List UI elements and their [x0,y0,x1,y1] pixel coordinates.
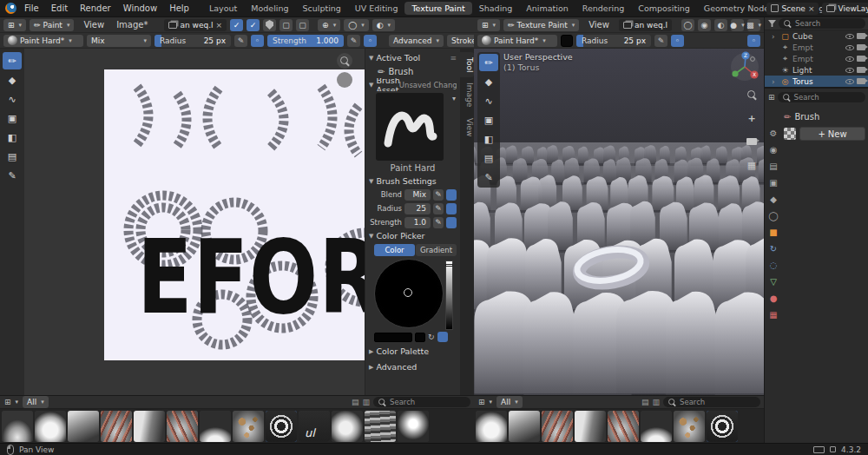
viewport-tool-button[interactable]: ▣ [479,111,498,129]
setting-pressure-button[interactable]: ✎ [433,189,444,201]
blend-mode-select[interactable]: Mix [87,35,151,47]
viewport-tool-button[interactable]: ▤ [479,149,498,167]
menubar-menu[interactable]: Edit [45,3,74,13]
shelf-filter-select[interactable]: All [23,396,49,408]
viewport-radius-slider[interactable]: Radius 25 px [576,35,651,47]
workspace-tab[interactable]: Modeling [244,2,295,15]
workspace-tab[interactable]: Animation [519,2,575,15]
brush-setting-control[interactable]: 25 [404,203,431,214]
brush-settings-header[interactable]: ▼ Brush Settings [369,175,457,188]
brush-asset-thumbnail[interactable] [167,411,198,442]
setting-pressure-button[interactable]: ✎ [433,217,444,228]
brush-asset-thumbnail[interactable] [233,411,264,442]
viewport-radius-pressure-button[interactable]: ✎ [654,35,667,47]
properties-tab[interactable]: ▦ [766,308,781,321]
viewport-editor-type-select[interactable]: ⊞ [477,19,500,31]
brush-asset-thumbnail[interactable] [266,411,297,442]
interaction-mode-select[interactable]: ✏ Texture Paint [503,19,579,31]
hide-in-viewport-icon[interactable] [845,68,854,73]
viewport-tool-button[interactable]: ◆ [479,73,498,90]
viewport-menu[interactable]: View [582,20,615,30]
outliner-item[interactable]: ▢ Cube [765,30,868,42]
shelf-display-icon[interactable]: ⊞ [3,396,19,408]
settings-popover[interactable]: Advanced [389,35,444,47]
color-tab[interactable]: Gradient [416,244,457,256]
shading-solid-icon[interactable]: ◉ [698,19,711,31]
setting-pressure-button[interactable]: ✎ [433,203,444,214]
properties-tab[interactable]: ⚙ [766,127,781,140]
brush-setting-control[interactable]: Mix [404,189,431,201]
paint-color-swatch[interactable] [561,35,573,47]
collapsed-panel-header[interactable]: ▶ Advanced [369,360,457,373]
secondary-color-swatch[interactable] [415,333,425,342]
properties-tab[interactable]: ▣ [766,176,781,189]
paint-mode-select[interactable]: ✏ Paint [30,19,74,31]
brush-asset-thumbnail[interactable] [509,411,540,442]
hide-in-viewport-icon[interactable] [845,79,854,84]
brush-asset-thumbnail[interactable] [2,411,33,442]
viewport-body[interactable]: User Perspective (1) Torus ✏◆∿▣◧▤✎ Z X +… [474,49,764,395]
workspace-tab[interactable]: Shading [472,2,520,15]
brush-asset-thumbnail[interactable] [398,411,429,442]
overlays-popover[interactable]: ▩ [747,19,760,31]
shelf-display-icon[interactable]: ⊞ [477,396,493,408]
image-unlink-icon[interactable] [216,21,223,30]
viewport-tool-button[interactable]: ◧ [479,130,498,148]
brush-asset-thumbnail[interactable] [641,411,672,442]
disable-in-render-icon[interactable] [857,56,865,62]
viewport-unified-radius-toggle[interactable]: ◦ [671,35,684,47]
strength-slider[interactable]: Strength 1.000 [267,35,344,47]
strength-pressure-button[interactable]: ✎ [347,35,360,47]
properties-tab[interactable]: ▤ [766,160,781,173]
shelf-search[interactable]: Search [663,397,760,407]
paint-toggle-2[interactable]: ✓ [247,19,260,31]
brush-asset-thumbnail[interactable] [542,411,573,442]
tool-button[interactable]: ∿ [3,90,22,108]
viewport-tool-button[interactable]: ✎ [479,168,498,186]
move-gizmo-button[interactable] [337,72,352,88]
brush-asset-thumbnail[interactable] [101,411,132,442]
unified-strength-toggle[interactable]: ◦ [364,35,377,47]
editor-menu[interactable]: Image* [110,20,154,30]
masking-popover[interactable]: ⊕ [318,19,340,31]
outliner-item[interactable]: ⌖ Empt [765,53,868,64]
color-unified-toggle[interactable] [437,332,448,342]
properties-tab[interactable]: ◆ [766,193,781,206]
outliner-item[interactable]: ☀ Light [765,64,868,76]
properties-tab[interactable]: ▽ [766,275,781,288]
brush-asset-thumbnail[interactable] [332,411,363,442]
falloff-popover[interactable]: ◯ [344,19,369,31]
setting-unified-toggle[interactable] [446,189,457,201]
viewport-pan-icon[interactable]: + [744,110,760,126]
brush-asset-dropdown-icon[interactable]: ▾ [452,95,456,102]
outliner-search[interactable]: Search [779,18,865,29]
viewport-camera-icon[interactable] [744,134,760,149]
filter-icon[interactable] [768,20,776,27]
shelf-size-icon-2[interactable]: ▥ [652,398,660,406]
menubar-menu[interactable]: Window [117,3,163,13]
workspace-tab[interactable]: UV Editing [348,2,405,15]
active-tool-header[interactable]: ▼ Active Tool ≡ [369,51,457,64]
swap-colors-icon[interactable]: ↻ [428,333,435,341]
viewport-tool-button[interactable]: ∿ [479,92,498,109]
brush-asset-thumbnail[interactable] [68,411,99,442]
tool-button[interactable]: ✏ [3,52,22,69]
shelf-size-icon-1[interactable]: ▤ [641,398,649,406]
paint-canvas[interactable]: EFORT [104,69,365,360]
hide-in-viewport-icon[interactable] [845,34,854,39]
shelf-filter-select[interactable]: All [496,396,523,408]
properties-tab[interactable]: ↻ [766,242,781,255]
expand-icon[interactable] [772,77,778,86]
active-tool-row[interactable]: ✏ Brush [369,64,457,78]
viewport-zoom-icon[interactable] [744,87,760,102]
sidebar-tab[interactable]: Image [460,77,474,112]
paint-toggle-1[interactable]: ✓ [230,19,243,31]
settings-popover[interactable]: Stroke [447,35,474,47]
brush-asset-thumbnail[interactable]: ul [299,411,330,442]
color-wheel[interactable] [374,259,444,328]
setting-unified-toggle[interactable] [446,217,457,228]
shelf-search[interactable]: Search [373,397,470,407]
tool-button[interactable]: ◆ [3,71,22,89]
color-wheel-cursor[interactable] [404,288,412,297]
brush-asset-thumbnail[interactable] [608,411,639,442]
